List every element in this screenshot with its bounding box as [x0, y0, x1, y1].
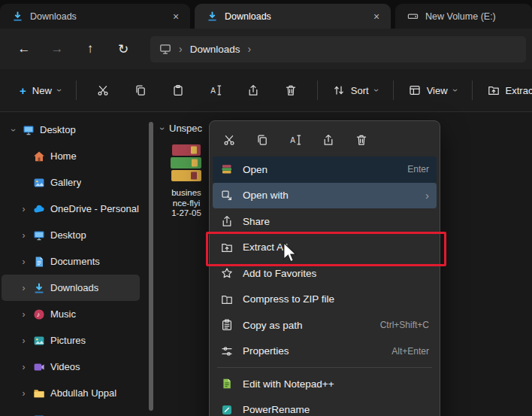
menu-item-copy-as-path[interactable]: Copy as path Ctrl+Shift+C: [213, 312, 437, 339]
file-name-line: nce-flyi: [162, 199, 210, 209]
sidebar-item-pictures[interactable]: › Pictures: [2, 327, 140, 354]
chevron-right-icon[interactable]: ›: [20, 362, 28, 372]
copy-button[interactable]: [250, 129, 274, 151]
menu-item-powerrename[interactable]: PowerRename: [213, 397, 437, 416]
menu-item-shortcut: Enter: [407, 164, 429, 175]
sidebar-item-label: Desktop: [50, 229, 86, 241]
menu-item-properties[interactable]: Properties Alt+Enter: [213, 339, 437, 365]
extract-all-toolbar-button[interactable]: Extract a: [480, 78, 532, 102]
sidebar-item-label: Documents: [50, 256, 100, 267]
menu-item-label: Properties: [243, 345, 382, 357]
refresh-button[interactable]: ↻: [107, 35, 140, 63]
tab-label: New Volume (E:): [425, 11, 526, 22]
sidebar-item-home[interactable]: Home: [2, 143, 140, 169]
notepadpp-icon: [221, 378, 233, 390]
share-icon: [322, 134, 334, 146]
chevron-right-icon[interactable]: ›: [20, 257, 28, 267]
menu-item-label: Copy as path: [243, 320, 371, 331]
downloads-icon: [207, 11, 218, 22]
tab-downloads-1[interactable]: Downloads ×: [0, 4, 190, 29]
gallery-icon: [33, 177, 45, 189]
address-bar[interactable]: › Downloads ›: [150, 36, 526, 62]
menu-item-extract-all[interactable]: Extract All: [213, 235, 437, 261]
sidebar-item-music[interactable]: › Music: [2, 301, 140, 327]
menu-separator: [217, 367, 432, 368]
copy-icon: [135, 84, 147, 96]
sidebar-item-gallery[interactable]: Gallery: [2, 169, 140, 196]
sort-button[interactable]: Sort ›: [325, 78, 385, 102]
chevron-right-icon[interactable]: ›: [20, 283, 28, 293]
breadcrumb[interactable]: Downloads: [190, 44, 240, 55]
paste-button[interactable]: [163, 77, 193, 103]
desktop-icon: [33, 229, 45, 241]
cut-button[interactable]: [88, 77, 118, 103]
menu-item-label: Add to Favorites: [243, 268, 429, 279]
sidebar-item-documents[interactable]: › Documents: [2, 248, 140, 275]
sidebar-item-label: Home: [50, 150, 77, 162]
chevron-right-icon[interactable]: ›: [20, 336, 28, 346]
sidebar-item-label: OneDrive - Personal: [50, 203, 139, 214]
share-button[interactable]: [316, 129, 340, 151]
breadcrumb-chevron-icon: ›: [247, 43, 251, 55]
group-header[interactable]: › Unspec: [161, 123, 202, 134]
sidebar-item-videos[interactable]: › Videos: [2, 354, 140, 380]
close-tab-icon[interactable]: ×: [368, 8, 385, 25]
sidebar-item-desktop[interactable]: › Desktop: [2, 222, 140, 248]
menu-item-compress-to-zip[interactable]: Compress to ZIP file: [213, 287, 437, 313]
delete-button[interactable]: [349, 129, 373, 151]
view-icon: [409, 84, 421, 96]
close-tab-icon[interactable]: ×: [168, 8, 184, 25]
share-icon: [247, 84, 259, 96]
up-button[interactable]: ↑: [74, 35, 107, 63]
chevron-right-icon[interactable]: ›: [20, 309, 28, 320]
plus-icon: +: [20, 84, 26, 97]
back-icon: ←: [18, 41, 31, 56]
file-item-rar-archive[interactable]: busines nce-flyi 1-27-05: [162, 143, 210, 219]
extract-label: Extract a: [506, 85, 532, 96]
sidebar-item-this-pc[interactable]: ›: [2, 406, 140, 416]
sidebar-item-user-folder[interactable]: › Abdullah Uppal: [2, 380, 140, 406]
properties-sliders-icon: [221, 345, 233, 357]
tab-downloads-2-active[interactable]: Downloads ×: [195, 4, 391, 29]
drive-icon: [407, 11, 419, 22]
cut-button[interactable]: [217, 129, 241, 151]
menu-item-edit-with-notepadpp[interactable]: Edit with Notepad++: [213, 371, 437, 397]
cut-icon: [97, 84, 109, 96]
up-icon: ↑: [87, 41, 94, 56]
new-button[interactable]: + New ›: [12, 78, 68, 103]
home-icon: [33, 150, 45, 162]
share-button[interactable]: [238, 77, 268, 103]
delete-button[interactable]: [276, 77, 306, 103]
paste-icon: [172, 84, 184, 96]
view-button[interactable]: View ›: [401, 78, 464, 102]
copy-button[interactable]: [125, 77, 156, 103]
this-pc-icon: [159, 43, 171, 55]
menu-item-label: Extract All: [243, 241, 429, 253]
sidebar-item-desktop-root[interactable]: › Desktop: [2, 117, 140, 143]
sidebar-scrollbar[interactable]: [149, 122, 153, 411]
menu-item-share[interactable]: Share: [213, 208, 437, 235]
toolbar-separator: [393, 80, 394, 100]
toolbar-separator: [317, 80, 318, 100]
chevron-down-icon[interactable]: ›: [8, 126, 19, 134]
menu-item-open-with[interactable]: Open with ›: [213, 183, 437, 209]
chevron-right-icon[interactable]: ›: [20, 388, 28, 399]
rename-icon: [210, 84, 222, 96]
rename-button[interactable]: [201, 77, 231, 103]
breadcrumb-chevron-icon: ›: [179, 43, 183, 55]
cut-icon: [223, 134, 235, 146]
clipboard-icon: [221, 319, 233, 331]
sidebar-item-downloads[interactable]: › Downloads: [2, 275, 140, 301]
music-icon: [33, 308, 45, 320]
chevron-right-icon[interactable]: ›: [20, 204, 28, 214]
chevron-right-icon[interactable]: ›: [20, 230, 28, 241]
powerrename-icon: [221, 404, 233, 416]
tab-new-volume[interactable]: New Volume (E:): [395, 4, 532, 29]
sidebar-item-onedrive[interactable]: › OneDrive - Personal: [2, 196, 140, 222]
back-button[interactable]: ←: [8, 35, 41, 63]
menu-item-add-to-favorites[interactable]: Add to Favorites: [213, 260, 437, 287]
rename-button[interactable]: [283, 129, 307, 151]
forward-button[interactable]: →: [41, 35, 74, 63]
file-explorer-window: Downloads × Downloads × New Volume (E:) …: [0, 0, 532, 416]
menu-item-open[interactable]: Open Enter: [213, 156, 437, 183]
